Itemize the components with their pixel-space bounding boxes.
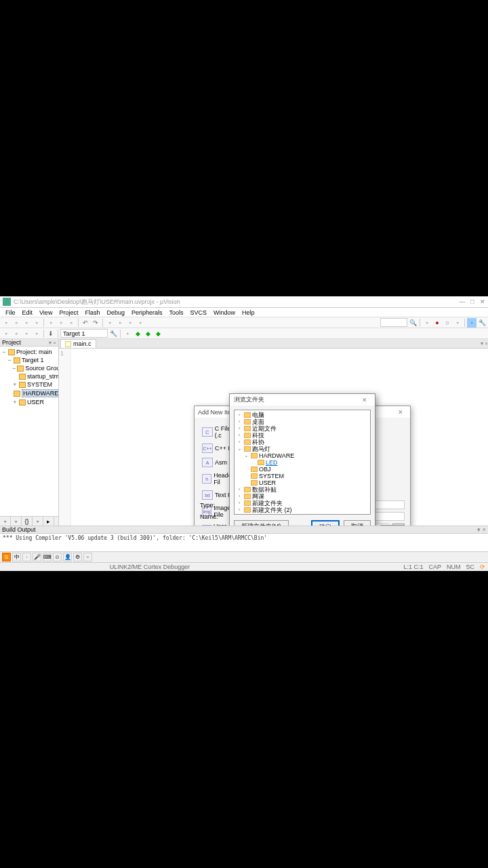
ime-face-icon[interactable]: ☺ <box>53 553 62 561</box>
panel-close-icon[interactable]: ▾ × <box>477 526 486 533</box>
tab-more-icon[interactable]: ▸ <box>43 517 54 526</box>
saveall-icon[interactable]: ▫ <box>32 318 41 328</box>
menu-edit[interactable]: Edit <box>20 309 36 316</box>
save-icon[interactable]: ▫ <box>22 318 31 328</box>
menu-help[interactable]: Help <box>239 309 258 316</box>
cancel-button[interactable]: 取消 <box>344 520 371 526</box>
folder-tree-node[interactable]: ›科协 <box>236 439 369 446</box>
cut-icon[interactable]: ▫ <box>46 318 56 328</box>
close-icon[interactable]: ✕ <box>359 397 371 403</box>
status-icon[interactable]: ⟳ <box>480 564 485 570</box>
menu-tools[interactable]: Tools <box>166 309 186 316</box>
rte-icon[interactable]: ◆ <box>153 329 163 338</box>
folder-tree-node[interactable]: ›数据补贴 <box>236 486 369 493</box>
tab-functions-icon[interactable]: {} <box>22 517 33 526</box>
project-tree-node[interactable]: HARDWARE <box>1 389 57 398</box>
options-icon[interactable]: 🔧 <box>108 329 118 338</box>
folder-tree-node[interactable]: ›桌面 <box>236 418 369 425</box>
bookmark-next-icon[interactable]: ▫ <box>136 318 145 328</box>
copy-icon[interactable]: ▫ <box>56 318 66 328</box>
project-tree-node[interactable]: +USER <box>1 398 57 406</box>
dialog-titlebar[interactable]: 浏览文件夹 ✕ <box>230 394 375 406</box>
project-tree-node[interactable]: startup_stm32f1 <box>1 372 57 380</box>
maximize-button[interactable]: □ <box>471 298 474 305</box>
folder-tree-node[interactable]: ⌄HARDWARE <box>236 452 369 459</box>
project-tree-node[interactable]: −Target 1 <box>1 356 57 364</box>
sogou-icon[interactable]: S <box>2 553 11 561</box>
manage-icon[interactable]: ▫ <box>123 329 132 338</box>
pack-icon[interactable]: ◆ <box>143 329 152 338</box>
folder-tree-node[interactable]: SYSTEM <box>236 473 369 479</box>
tab-templates-icon[interactable]: ▫ <box>33 517 43 526</box>
panel-pin-close[interactable]: ▾ × <box>49 340 56 346</box>
folder-tree-node[interactable]: ›新建文件夹 (2) <box>236 507 369 513</box>
menu-window[interactable]: Window <box>211 309 238 316</box>
ime-user-icon[interactable]: 👤 <box>63 553 72 561</box>
project-tree-node[interactable]: −Source Group 1 <box>1 364 57 372</box>
configure-icon[interactable]: 🔧 <box>477 318 487 328</box>
folder-tree-node[interactable]: LED <box>236 459 369 466</box>
ime-cn-icon[interactable]: 中 <box>12 553 21 561</box>
project-tree[interactable]: −Project: main−Target 1−Source Group 1st… <box>0 347 58 516</box>
paste-icon[interactable]: ▫ <box>66 318 76 328</box>
new-folder-button[interactable]: 新建文件夹(M) <box>234 520 289 526</box>
ime-tool-icon[interactable]: ⚙ <box>73 553 82 561</box>
tab-project-icon[interactable]: ▫ <box>0 517 11 526</box>
minimize-button[interactable]: — <box>460 298 466 305</box>
menu-flash[interactable]: Flash <box>82 309 102 316</box>
open-icon[interactable]: ▫ <box>12 318 21 328</box>
folder-tree[interactable]: ›电脑›桌面›近期文件›科技›科协⌄跑马灯⌄HARDWARELEDOBJSYST… <box>234 410 371 515</box>
folder-tree-node[interactable]: ›电脑 <box>236 412 369 418</box>
tab-books-icon[interactable]: ▫ <box>11 517 22 526</box>
menu-svcs[interactable]: SVCS <box>188 309 210 316</box>
ok-button[interactable]: 确定 <box>311 520 340 526</box>
breakpoint-icon[interactable]: ● <box>432 318 442 328</box>
project-tree-node[interactable]: +SYSTEM <box>1 380 57 389</box>
ime-keyboard-icon[interactable]: ⌨ <box>43 553 52 561</box>
output-text[interactable]: *** Using Compiler 'V5.06 update 3 (buil… <box>0 534 488 551</box>
help-button[interactable]: Help <box>380 525 405 526</box>
breakpoint-disable-icon[interactable]: ○ <box>443 318 452 328</box>
menu-project[interactable]: Project <box>56 309 81 316</box>
folder-tree-node[interactable]: OBJ <box>236 466 369 473</box>
find-combo[interactable] <box>380 318 407 327</box>
books-icon[interactable]: ◆ <box>133 329 142 338</box>
rebuild-icon[interactable]: ▫ <box>22 329 31 338</box>
build-icon[interactable]: ▫ <box>12 329 21 338</box>
batch-build-icon[interactable]: ▫ <box>32 329 41 338</box>
folder-tree-node[interactable]: ›科技 <box>236 432 369 439</box>
redo-icon[interactable]: ↷ <box>91 318 100 328</box>
indent-icon[interactable]: ▫ <box>105 318 115 328</box>
translate-icon[interactable]: ▫ <box>1 329 11 338</box>
editor-tab[interactable]: main.c <box>60 339 96 348</box>
ime-mic-icon[interactable]: 🎤 <box>33 553 41 561</box>
folder-tree-node[interactable]: USER <box>236 479 369 486</box>
menu-file[interactable]: File <box>3 309 18 316</box>
editor-nav[interactable]: ▾ × <box>481 340 488 347</box>
ime-skin-icon[interactable]: ▫ <box>83 553 92 561</box>
project-tree-node[interactable]: −Project: main <box>1 348 57 356</box>
bookmark-icon[interactable]: ▫ <box>125 318 135 328</box>
ime-punct-icon[interactable]: · <box>22 553 31 561</box>
folder-tree-node[interactable]: ›新建文件夹 <box>236 500 369 507</box>
folder-tree-node[interactable]: ⌄跑马灯 <box>236 446 369 452</box>
target-dropdown[interactable]: Target 1 <box>60 329 108 338</box>
folder-tree-node[interactable]: ›语言包 <box>236 513 369 515</box>
folder-tree-node[interactable]: ›近期文件 <box>236 425 369 432</box>
debug-icon[interactable]: ▫ <box>422 318 432 328</box>
outdent-icon[interactable]: ▫ <box>115 318 125 328</box>
download-icon[interactable]: ⬇ <box>46 329 56 338</box>
breakpoint-kill-icon[interactable]: ▫ <box>453 318 462 328</box>
undo-icon[interactable]: ↶ <box>81 318 90 328</box>
menu-view[interactable]: View <box>37 309 55 316</box>
close-icon[interactable]: ✕ <box>394 409 407 416</box>
folder-tree-node[interactable]: ›网课 <box>236 493 369 500</box>
find-icon[interactable]: 🔍 <box>408 318 418 328</box>
menu-debug[interactable]: Debug <box>104 309 127 316</box>
window-icon[interactable]: ▫ <box>467 318 476 328</box>
menu-peripherals[interactable]: Peripherals <box>129 309 165 316</box>
close-button[interactable]: ✕ <box>480 298 485 305</box>
new-icon[interactable]: ▫ <box>1 318 11 328</box>
sidebar-tabs: ▫ ▫ {} ▫ ▸ <box>0 516 58 526</box>
titlebar[interactable]: C:\Users\ample\Desktop\跑马灯\USER\main.uvp… <box>0 296 488 308</box>
